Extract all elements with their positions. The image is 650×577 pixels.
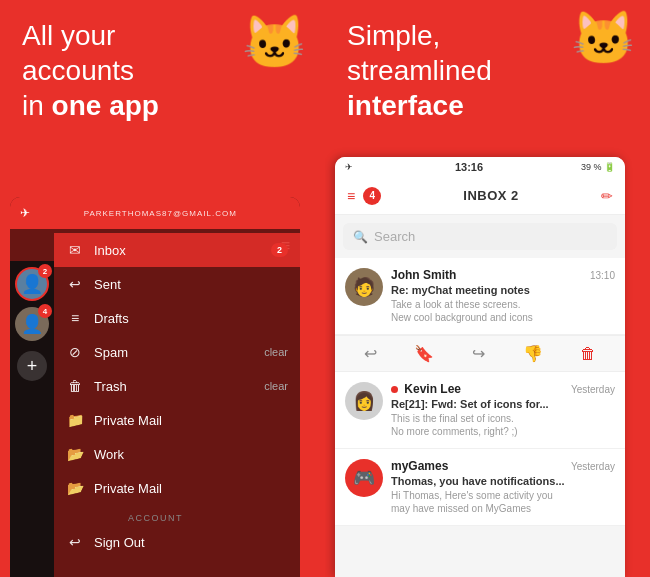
trash-label: Trash	[94, 379, 254, 394]
email-content-mygames: myGames Yesterday Thomas, you have notif…	[391, 459, 615, 515]
headline-line3: in	[22, 90, 52, 121]
sidebar-item-sent[interactable]: ↩ Sent	[54, 267, 300, 301]
email-list: 🧑 John Smith 13:10 Re: myChat meeting no…	[335, 258, 625, 526]
signout-icon: ↩	[66, 534, 84, 550]
sidebar-item-trash[interactable]: 🗑 Trash clear	[54, 369, 300, 403]
email-sender-john: John Smith	[391, 268, 456, 282]
thumbsdown-icon[interactable]: 👎	[523, 344, 543, 363]
phone-mockup-left: ✈ PARKERTHOMAS87@GMAIL.COM 👤 2 👤 4 + ≡	[10, 197, 300, 577]
right-panel: Simple, streamlined interface 🐱 ✈ 13:16 …	[325, 0, 650, 577]
signout-label: Sign Out	[94, 535, 288, 550]
left-panel: All your accounts in one app 🐱 ✈ PARKERT…	[0, 0, 325, 577]
edit-icon[interactable]: ✏	[601, 188, 613, 204]
inbox-header: ≡ 4 INBOX 2 ✏	[335, 177, 625, 215]
cat-icon-right: 🐱	[571, 8, 636, 69]
private-mail-2-label: Private Mail	[94, 481, 288, 496]
status-time: 13:16	[357, 161, 581, 173]
drafts-label: Drafts	[94, 311, 288, 326]
avatar-2[interactable]: 👤 4	[15, 307, 49, 341]
sidebar-item-drafts[interactable]: ≡ Drafts	[54, 301, 300, 335]
trash-clear[interactable]: clear	[264, 380, 288, 392]
work-icon: 📂	[66, 446, 84, 462]
account-section-label: ACCOUNT	[54, 505, 300, 525]
left-headline: All your accounts in one app	[22, 18, 159, 123]
work-label: Work	[94, 447, 288, 462]
forward-icon[interactable]: ↪	[472, 344, 485, 363]
email-subject-mygames: Thomas, you have notifications...	[391, 475, 615, 487]
right-headline-bold: interface	[347, 90, 464, 121]
spam-icon: ⊘	[66, 344, 84, 360]
sidebar-item-private-mail-2[interactable]: 📂 Private Mail	[54, 471, 300, 505]
email-sender-mygames: myGames	[391, 459, 448, 473]
trash-icon: 🗑	[66, 378, 84, 394]
unread-dot	[391, 386, 398, 393]
right-headline-line1: Simple,	[347, 20, 440, 51]
spam-clear[interactable]: clear	[264, 346, 288, 358]
status-bar: ✈ 13:16 39 % 🔋	[335, 157, 625, 177]
email-subject-kevin: Re[21]: Fwd: Set of icons for...	[391, 398, 615, 410]
bookmark-icon[interactable]: 🔖	[414, 344, 434, 363]
phone-mockup-right: ✈ 13:16 39 % 🔋 ≡ 4 INBOX 2 ✏ 🔍 Search 🧑	[335, 157, 625, 577]
avatar-1[interactable]: 👤 2	[15, 267, 49, 301]
email-time-john: 13:10	[590, 270, 615, 281]
inbox-title: INBOX 2	[389, 188, 593, 203]
spam-label: Spam	[94, 345, 254, 360]
search-placeholder: Search	[374, 229, 415, 244]
right-headline: Simple, streamlined interface	[347, 18, 492, 123]
inbox-count-badge: 4	[363, 187, 381, 205]
private-mail-1-icon: 📁	[66, 412, 84, 428]
badge-1: 2	[38, 264, 52, 278]
headline-line1: All your	[22, 20, 115, 51]
badge-2: 4	[38, 304, 52, 318]
headline-line2: accounts	[22, 55, 134, 86]
right-headline-line2: streamlined	[347, 55, 492, 86]
account-list: 👤 2 👤 4 +	[10, 261, 54, 577]
sidebar-menu: ≡ ✉ Inbox 2 ↩ Sent ≡ Drafts ⊘ Spam c	[54, 229, 300, 577]
search-bar[interactable]: 🔍 Search	[343, 223, 617, 250]
email-address: PARKERTHOMAS87@GMAIL.COM	[31, 209, 291, 218]
menu-icon[interactable]: ≡	[347, 188, 355, 204]
sent-icon: ↩	[66, 276, 84, 292]
cat-icon-left: 🐱	[242, 12, 307, 73]
email-preview-john: Take a look at these screens. New cool b…	[391, 298, 615, 324]
email-item-mygames[interactable]: 🎮 myGames Yesterday Thomas, you have not…	[335, 449, 625, 526]
phone-left-header: ✈ PARKERTHOMAS87@GMAIL.COM	[10, 197, 300, 229]
email-sender-kevin: Kevin Lee	[391, 382, 461, 396]
action-bar: ↩ 🔖 ↪ 👎 🗑	[335, 335, 625, 372]
sidebar-item-private-mail-1[interactable]: 📁 Private Mail	[54, 403, 300, 437]
sidebar-item-spam[interactable]: ⊘ Spam clear	[54, 335, 300, 369]
sent-label: Sent	[94, 277, 288, 292]
status-battery: 39 % 🔋	[581, 162, 615, 172]
email-preview-kevin: This is the final set of icons. No more …	[391, 412, 615, 438]
reply-icon[interactable]: ↩	[364, 344, 377, 363]
add-account-button[interactable]: +	[17, 351, 47, 381]
sidebar-item-work[interactable]: 📂 Work	[54, 437, 300, 471]
email-time-mygames: Yesterday	[571, 461, 615, 472]
email-item-john[interactable]: 🧑 John Smith 13:10 Re: myChat meeting no…	[335, 258, 625, 335]
email-avatar-kevin: 👩	[345, 382, 383, 420]
email-content-kevin: Kevin Lee Yesterday Re[21]: Fwd: Set of …	[391, 382, 615, 438]
plane-icon: ✈	[20, 206, 31, 220]
sidebar-item-inbox[interactable]: ✉ Inbox 2	[54, 233, 300, 267]
email-preview-mygames: Hi Thomas, Here's some activity you may …	[391, 489, 615, 515]
email-subject-john: Re: myChat meeting notes	[391, 284, 615, 296]
status-plane-icon: ✈	[345, 162, 353, 172]
drafts-icon: ≡	[66, 310, 84, 326]
inbox-icon: ✉	[66, 242, 84, 258]
email-time-kevin: Yesterday	[571, 384, 615, 395]
inbox-label: Inbox	[94, 243, 261, 258]
delete-icon[interactable]: 🗑	[580, 345, 596, 363]
headline-bold: one app	[52, 90, 159, 121]
private-mail-1-label: Private Mail	[94, 413, 288, 428]
email-item-kevin[interactable]: 👩 Kevin Lee Yesterday Re[21]: Fwd: Set o…	[335, 372, 625, 449]
email-avatar-mygames: 🎮	[345, 459, 383, 497]
email-avatar-john: 🧑	[345, 268, 383, 306]
email-content-john: John Smith 13:10 Re: myChat meeting note…	[391, 268, 615, 324]
private-mail-2-icon: 📂	[66, 480, 84, 496]
search-icon: 🔍	[353, 230, 368, 244]
sidebar-item-signout[interactable]: ↩ Sign Out	[54, 525, 300, 559]
inbox-badge: 2	[271, 243, 288, 257]
